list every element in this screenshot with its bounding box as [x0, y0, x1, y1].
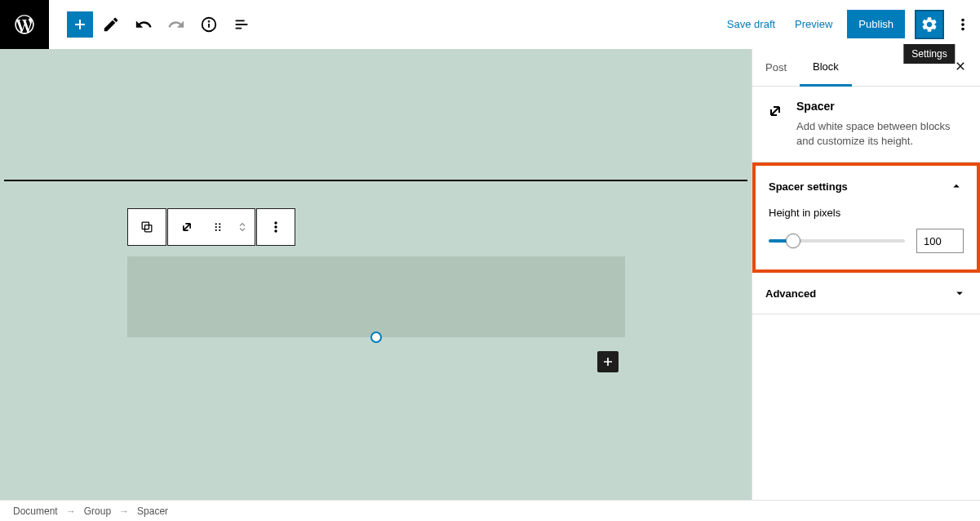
- resize-handle[interactable]: [370, 332, 382, 343]
- redo-icon: [167, 16, 185, 33]
- select-parent-button[interactable]: [128, 209, 166, 245]
- svg-point-2: [209, 20, 210, 21]
- breadcrumb-sep: →: [119, 505, 129, 517]
- block-toolbar: [127, 208, 295, 246]
- breadcrumb-item[interactable]: Spacer: [137, 505, 168, 517]
- block-desc: Add white space between blocks and custo…: [796, 119, 967, 149]
- svg-point-6: [219, 223, 220, 225]
- info-icon: [200, 16, 218, 33]
- info-button[interactable]: [194, 10, 224, 39]
- move-up-down-button[interactable]: [230, 209, 255, 245]
- undo-button[interactable]: [129, 10, 158, 39]
- spacer-settings-toggle[interactable]: Spacer settings: [756, 166, 977, 207]
- block-type-button[interactable]: [168, 209, 206, 245]
- height-label: Height in pixels: [769, 207, 964, 219]
- settings-button[interactable]: Settings: [915, 10, 944, 39]
- plus-icon: [600, 354, 616, 370]
- panel-title: Spacer settings: [769, 180, 848, 193]
- tab-block[interactable]: Block: [800, 49, 852, 87]
- add-block-button[interactable]: [67, 11, 93, 38]
- wordpress-logo[interactable]: [0, 0, 49, 49]
- wordpress-icon: [13, 13, 36, 36]
- undo-icon: [135, 16, 153, 33]
- panel-title: Advanced: [765, 287, 816, 300]
- svg-point-5: [215, 223, 217, 225]
- copy-icon: [139, 219, 155, 235]
- redo-button[interactable]: [162, 10, 191, 39]
- edit-mode-button[interactable]: [96, 10, 126, 39]
- preview-button[interactable]: Preview: [790, 11, 837, 37]
- more-menu-button[interactable]: [954, 10, 972, 39]
- list-icon: [233, 16, 251, 33]
- save-draft-button[interactable]: Save draft: [722, 11, 780, 37]
- spacer-settings-panel: Spacer settings Height in pixels: [752, 163, 980, 273]
- top-toolbar: Save draft Preview Publish Settings: [0, 0, 980, 49]
- spacer-block[interactable]: [127, 256, 625, 337]
- gear-icon: [920, 16, 938, 33]
- breadcrumb-item[interactable]: Document: [13, 505, 58, 517]
- svg-point-7: [215, 226, 217, 228]
- editor-canvas[interactable]: [0, 49, 752, 500]
- drag-handle[interactable]: [206, 209, 230, 245]
- chevron-down-icon: [952, 286, 967, 301]
- outline-button[interactable]: [227, 10, 256, 39]
- block-more-button[interactable]: [257, 209, 295, 245]
- plus-icon: [70, 15, 90, 34]
- separator-block[interactable]: [4, 180, 747, 181]
- expand-icon: [765, 101, 785, 121]
- breadcrumb-item[interactable]: Group: [84, 505, 111, 517]
- block-name: Spacer: [796, 100, 967, 113]
- svg-point-9: [215, 229, 217, 231]
- publish-button[interactable]: Publish: [847, 10, 905, 38]
- pencil-icon: [102, 16, 120, 33]
- dots-vertical-icon: [954, 16, 972, 33]
- svg-rect-4: [145, 225, 152, 232]
- close-sidebar-button[interactable]: [941, 49, 980, 87]
- tab-post[interactable]: Post: [752, 50, 800, 85]
- advanced-panel: Advanced: [752, 273, 980, 314]
- close-icon: [954, 60, 967, 73]
- block-description: Spacer Add white space between blocks an…: [752, 87, 980, 163]
- svg-rect-3: [142, 222, 149, 229]
- height-slider[interactable]: [769, 239, 905, 243]
- inline-inserter-button[interactable]: [597, 351, 619, 372]
- dots-vertical-icon: [268, 219, 284, 235]
- height-input[interactable]: [916, 229, 964, 253]
- svg-point-8: [219, 226, 220, 228]
- slider-thumb[interactable]: [786, 234, 800, 248]
- svg-point-10: [219, 229, 220, 231]
- expand-icon: [179, 219, 195, 235]
- chevrons-icon: [235, 220, 250, 234]
- drag-icon: [211, 220, 225, 234]
- chevron-up-icon: [949, 179, 964, 194]
- breadcrumb-sep: →: [66, 505, 76, 517]
- breadcrumb: Document → Group → Spacer: [0, 500, 980, 521]
- settings-sidebar: Post Block Spacer Add white space betwee…: [752, 49, 980, 500]
- advanced-toggle[interactable]: Advanced: [752, 273, 980, 314]
